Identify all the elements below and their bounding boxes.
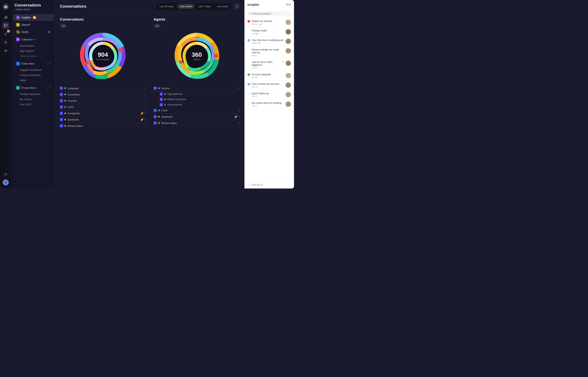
sort-label: Recently updated bbox=[253, 12, 271, 15]
conv-item-4[interactable]: I get an error when logging in Jul 30 ★ bbox=[244, 59, 294, 71]
filter-csat[interactable]: ✓ CSAT ▾ bbox=[60, 104, 146, 110]
conv-item-content-6: Can't access my account Jul 28 bbox=[252, 82, 284, 88]
filter-review-checkbox[interactable]: ✓ bbox=[60, 124, 63, 127]
agent-filter-sentiment[interactable]: ✓ Sentiment 🌈 ▾ bbox=[154, 114, 240, 120]
conversations-donut-chart bbox=[78, 31, 128, 81]
sidebar-positive-sentiment[interactable]: Positive Sentiment bbox=[12, 92, 55, 97]
conv-item-2[interactable]: ✓ Your free trial is ending soon! Yester… bbox=[244, 37, 294, 46]
conversations-filter-all[interactable]: All bbox=[60, 24, 67, 28]
svg-rect-2 bbox=[6, 16, 7, 18]
sidebar-june-session[interactable]: June Session bbox=[12, 43, 55, 48]
filter-language[interactable]: ✓ Language ▾ bbox=[60, 85, 146, 91]
agent-filter-sentiment-label: Sentiment bbox=[161, 115, 233, 118]
conv-item-time-5: Jul 30 bbox=[252, 76, 284, 78]
info-icon[interactable]: ℹ bbox=[234, 3, 240, 10]
find-by-id-input[interactable] bbox=[252, 183, 291, 186]
filter-csat-checkbox[interactable]: ✓ bbox=[60, 106, 63, 108]
low-performer-label: Low performer bbox=[167, 103, 182, 106]
logo[interactable]: 🤖 bbox=[2, 3, 9, 10]
filter-complexity-chevron: ▾ bbox=[145, 112, 146, 115]
filter-sentiment-checkbox[interactable]: ✓ bbox=[60, 118, 63, 121]
drafts-count-badge: 8 bbox=[47, 31, 50, 33]
agent-filter-review-status[interactable]: ✓ Review status ▾ bbox=[154, 120, 240, 126]
filter-complexity-checkbox[interactable]: ✓ bbox=[60, 112, 63, 115]
agent-filter-volume-dot bbox=[158, 87, 160, 89]
agent-filter-sentiment-emoji: 🌈 bbox=[234, 115, 237, 118]
filter-last-week[interactable]: Last week bbox=[214, 4, 231, 9]
low-performer-checkbox[interactable]: ✓ bbox=[160, 103, 163, 106]
conv-status-icon-6: ✓ bbox=[248, 83, 250, 85]
agents-filter-all[interactable]: All bbox=[154, 24, 161, 28]
sidebar-item-insights[interactable]: 🔮 Insights 🟡 bbox=[13, 14, 54, 21]
agents-section: Agents All bbox=[154, 18, 240, 184]
filter-channel[interactable]: ✓ Channel ▾ bbox=[60, 98, 146, 104]
nav-icon-help[interactable] bbox=[2, 171, 9, 178]
nav-icon-lightning[interactable] bbox=[2, 39, 9, 46]
agent-filter-volume-checkbox[interactable]: ✓ bbox=[154, 87, 157, 90]
agent-filter-high-performer[interactable]: ✓ High performer bbox=[154, 91, 240, 97]
conv-item-7[interactable]: Quick follow-up Jul 27 bbox=[244, 90, 294, 100]
filter-connection[interactable]: ✓ Connection ▾ bbox=[60, 91, 146, 98]
sidebar-public-filters-header[interactable]: ≡ Public filters + ▾ bbox=[13, 60, 54, 67]
sidebar-italian[interactable]: Italian bbox=[12, 78, 55, 83]
agent-filter-review-checkbox[interactable]: ✓ bbox=[154, 121, 157, 125]
nav-icon-chart[interactable] bbox=[2, 14, 9, 21]
nav-icon-chat[interactable] bbox=[2, 22, 9, 29]
filter-channel-checkbox[interactable]: ✓ bbox=[60, 99, 63, 102]
nav-icon-learn[interactable] bbox=[2, 47, 9, 54]
sort-button[interactable]: Recently updated ▾ bbox=[248, 11, 291, 16]
conv-item-5[interactable]: Account Upgrade Jul 30 bbox=[244, 71, 294, 81]
conv-status-icon-7 bbox=[248, 92, 250, 95]
conv-item-title-2: Your free trial is ending soon! bbox=[252, 39, 284, 42]
public-filters-add-btn[interactable]: + bbox=[46, 62, 48, 65]
conversation-list: Delete my account 16 min ago Pricing mod… bbox=[244, 18, 294, 181]
agent-filter-csat[interactable]: ✓ CSAT ▾ bbox=[154, 107, 240, 114]
sidebar-item-drafts[interactable]: ✏️ Drafts 8 bbox=[13, 29, 54, 35]
high-performer-dot bbox=[164, 93, 166, 95]
svg-marker-3 bbox=[4, 41, 7, 44]
conv-item-time-8: Jul 27 bbox=[252, 105, 284, 107]
sidebar-header: Conversations Silvio's Space bbox=[12, 3, 55, 14]
sidebar-may-session[interactable]: May Session bbox=[12, 48, 55, 54]
sidebar-long-conversation[interactable]: Long Conversation bbox=[12, 72, 55, 78]
user-avatar[interactable]: 👤 bbox=[3, 179, 9, 186]
sidebar-my-tickets[interactable]: My Tickets bbox=[12, 97, 55, 102]
filter-connection-checkbox[interactable]: ✓ bbox=[60, 93, 63, 96]
filter-review-status[interactable]: ✓ Review status ▾ bbox=[60, 123, 146, 129]
sidebar-low-csat[interactable]: Low CSAT bbox=[12, 102, 55, 107]
filter-complexity[interactable]: ✓ Complexity 🌈 ▾ bbox=[60, 110, 146, 117]
agent-filter-sentiment-checkbox[interactable]: ✓ bbox=[154, 115, 157, 118]
filter-last-30-days[interactable]: Last 30 days bbox=[157, 4, 176, 9]
conv-item-content-2: Your free trial is ending soon! Yesterda… bbox=[252, 39, 284, 44]
medium-performer-checkbox[interactable]: ✓ bbox=[160, 98, 163, 101]
filter-connection-label: Connection bbox=[67, 93, 143, 96]
agent-filter-low-performer[interactable]: ✓ Low performer bbox=[154, 102, 240, 107]
sidebar-item-starred[interactable]: ⭐ Starred bbox=[13, 21, 54, 28]
conv-item-1[interactable]: Pricing model 2 h ago bbox=[244, 27, 294, 37]
filter-last-7-days[interactable]: Last 7 days bbox=[195, 4, 213, 9]
filter-last-month[interactable]: Last month bbox=[177, 4, 195, 9]
agent-filter-medium-performer[interactable]: ✓ Medium performer bbox=[154, 97, 240, 102]
agent-filter-volume-chevron: ▾ bbox=[239, 87, 240, 90]
high-performer-label: High performer bbox=[167, 93, 183, 95]
sidebar-calibration-header[interactable]: 🎯 Calibration ▾ bbox=[13, 36, 54, 43]
filter-channel-label: Channel bbox=[67, 99, 143, 102]
conv-item-3[interactable]: Please change my credit card as... Aug 2 bbox=[244, 46, 294, 59]
conv-item-8[interactable]: My credit card isn't working Jul 27 bbox=[244, 100, 294, 109]
filter-language-checkbox[interactable]: ✓ bbox=[60, 87, 63, 90]
agent-filter-csat-checkbox[interactable]: ✓ bbox=[154, 109, 157, 112]
conv-status-icon-5 bbox=[248, 73, 250, 76]
agent-filter-sentiment-dot bbox=[158, 116, 160, 118]
nav-icon-compose[interactable]: 8 bbox=[2, 30, 9, 37]
filter-sentiment[interactable]: ✓ Sentiment 🌈 ▾ bbox=[60, 117, 146, 123]
agent-filter-volume[interactable]: ✓ Volume ▾ bbox=[154, 85, 240, 91]
sidebar-older-sessions[interactable]: Older sessions bbox=[12, 54, 55, 59]
sidebar-negative-sentiment[interactable]: Negative Sentiment bbox=[12, 67, 55, 72]
private-filters-add-btn[interactable]: + bbox=[46, 86, 48, 89]
sidebar-private-filters-header[interactable]: 🔒 Private filters + ▾ bbox=[13, 84, 54, 91]
filter-complexity-dot bbox=[64, 113, 66, 114]
sidebar-starred-label: Starred bbox=[21, 23, 30, 26]
high-performer-checkbox[interactable]: ✓ bbox=[160, 93, 163, 95]
conv-item-0[interactable]: Delete my account 16 min ago bbox=[244, 18, 294, 27]
conv-item-6[interactable]: ✓ Can't access my account Jul 28 bbox=[244, 81, 294, 90]
